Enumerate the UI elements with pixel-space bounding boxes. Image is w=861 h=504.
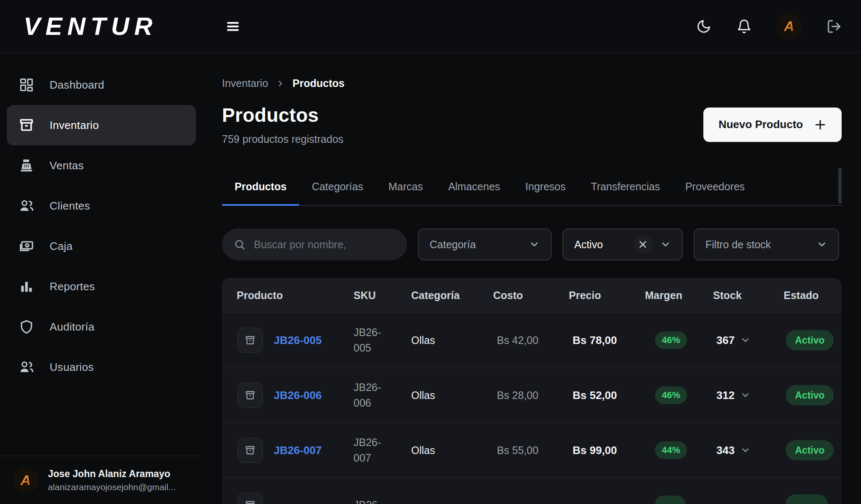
bell-icon[interactable] [736, 18, 753, 35]
margin-badge: 44% [655, 441, 687, 459]
category-select-label: Categoría [430, 239, 521, 251]
search-input[interactable] [254, 239, 395, 251]
sidebar-item-clientes[interactable]: Clientes [7, 186, 196, 226]
margin-badge: 46% [655, 386, 687, 404]
sidebar-item-label: Reportes [50, 280, 95, 293]
user-email: alanizaramayojosejohn@gmail... [48, 482, 176, 492]
stock-value: 367 [716, 334, 734, 347]
stock-value: 312 [716, 389, 734, 402]
chevron-down-icon [816, 239, 827, 250]
status-select[interactable]: Activo [563, 228, 683, 260]
sku-cell: JB26-005 [354, 325, 387, 356]
sidebar-item-label: Inventario [50, 119, 99, 132]
sidebar-item-caja[interactable]: Caja [7, 226, 196, 266]
avatar-letter: A [784, 18, 795, 34]
moon-icon[interactable] [695, 18, 712, 35]
tab-marcas[interactable]: Marcas [376, 170, 436, 205]
status-badge [786, 494, 828, 504]
margin-badge: 46% [655, 331, 687, 349]
table-row: JB26-006 JB26-006 Ollas Bs 28,00 Bs 52,0… [222, 368, 842, 423]
tab-proveedores[interactable]: Proveedores [673, 170, 758, 205]
customers-icon [18, 198, 34, 214]
search-icon [234, 239, 246, 250]
stock-value: 343 [716, 444, 734, 457]
sidebar: Dashboard Inventario Ventas Clientes [0, 53, 203, 504]
status-badge: Activo [786, 440, 834, 460]
column-header-precio: Precio [563, 289, 641, 302]
status-select-value: Activo [574, 239, 626, 251]
margin-badge [655, 496, 685, 504]
sidebar-item-reportes[interactable]: Reportes [7, 266, 196, 307]
column-header-sku: SKU [354, 289, 407, 302]
plus-icon [814, 118, 827, 131]
inventory-box-icon [18, 117, 34, 133]
sku-cell: JB26- [354, 497, 387, 504]
breadcrumb-inventario[interactable]: Inventario [222, 77, 268, 89]
tab-productos[interactable]: Productos [222, 170, 299, 205]
page-subtitle: 759 productos registrados [222, 133, 343, 145]
chevron-down-icon [740, 445, 750, 455]
sidebar-item-label: Clientes [50, 200, 90, 213]
hamburger-menu-icon[interactable] [224, 17, 242, 36]
users-icon [18, 359, 34, 375]
stock-cell[interactable]: 367 [709, 334, 780, 347]
tab-bar: Productos Categorías Marcas Almacenes In… [222, 170, 842, 206]
sidebar-item-usuarios[interactable]: Usuarios [7, 347, 196, 387]
table-row: JB26- [222, 478, 842, 504]
sidebar-item-auditoria[interactable]: Auditoría [7, 307, 196, 347]
product-box-icon [238, 438, 263, 463]
chevron-down-icon [740, 335, 750, 345]
column-header-stock: Stock [709, 289, 780, 302]
tab-transferencias[interactable]: Transferencias [578, 170, 672, 205]
sidebar-item-label: Auditoría [50, 320, 95, 333]
topbar: VENTUR A [0, 0, 861, 53]
category-select[interactable]: Categoría [418, 228, 552, 260]
tab-categorias[interactable]: Categorías [299, 170, 376, 205]
sidebar-item-ventas[interactable]: Ventas [7, 145, 196, 186]
column-header-margen: Margen [641, 289, 709, 302]
sidebar-item-label: Usuarios [50, 361, 94, 374]
sku-cell: JB26-006 [354, 380, 387, 411]
new-product-button[interactable]: Nuevo Producto [703, 108, 842, 142]
cost-cell: Bs 28,00 [487, 389, 563, 402]
logout-icon[interactable] [826, 18, 843, 35]
filter-bar: Categoría Activo Filtro de stock [222, 228, 842, 260]
category-cell: Ollas [407, 334, 487, 346]
clear-filter-icon[interactable] [633, 235, 652, 254]
cost-cell: Bs 55,00 [487, 444, 563, 457]
breadcrumb-productos: Productos [293, 77, 345, 89]
chevron-down-icon [660, 239, 671, 250]
stock-cell[interactable]: 343 [709, 444, 780, 457]
column-header-producto: Producto [222, 289, 354, 302]
sidebar-item-label: Ventas [50, 159, 84, 172]
logo-ventur: VENTUR [24, 12, 158, 40]
stock-cell[interactable]: 312 [709, 389, 780, 402]
tabs-scrollbar[interactable] [838, 168, 842, 203]
product-box-icon [238, 328, 263, 353]
sidebar-item-dashboard[interactable]: Dashboard [7, 65, 196, 105]
product-link[interactable]: JB26-005 [274, 334, 322, 347]
breadcrumb: Inventario Productos [222, 77, 842, 89]
price-cell: Bs 78,00 [563, 334, 641, 347]
sidebar-user-card[interactable]: A Jose John Alaniz Aramayo alanizaramayo… [0, 456, 203, 504]
cost-cell: Bs 42,00 [487, 334, 563, 346]
table-header-row: Producto SKU Categoría Costo Precio Marg… [222, 278, 842, 312]
tab-almacenes[interactable]: Almacenes [436, 170, 513, 205]
chevron-down-icon [529, 239, 540, 250]
tab-ingresos[interactable]: Ingresos [513, 170, 578, 205]
product-box-icon [238, 383, 263, 408]
main-content: Inventario Productos Productos 759 produ… [203, 53, 861, 504]
brand: VENTUR [0, 12, 203, 41]
chevron-down-icon [740, 390, 750, 400]
status-badge: Activo [786, 330, 834, 350]
column-header-categoria: Categoría [407, 289, 487, 302]
column-header-costo: Costo [487, 289, 563, 302]
avatar[interactable]: A [776, 13, 802, 39]
user-name: Jose John Alaniz Aramayo [48, 468, 176, 480]
sidebar-item-inventario[interactable]: Inventario [7, 105, 196, 145]
bar-chart-icon [18, 278, 34, 294]
stock-filter-select[interactable]: Filtro de stock [694, 228, 839, 260]
product-link[interactable]: JB26-006 [274, 389, 322, 402]
user-avatar: A [13, 467, 39, 493]
product-link[interactable]: JB26-007 [274, 444, 322, 457]
